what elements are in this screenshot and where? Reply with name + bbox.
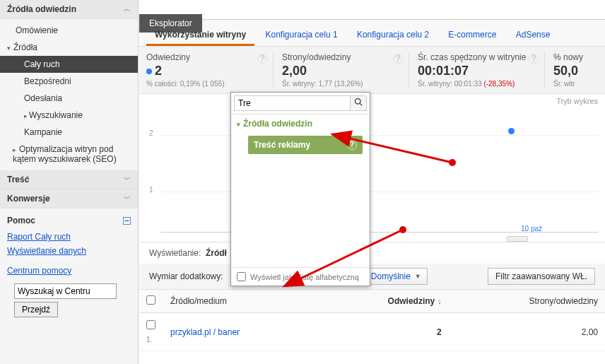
help-title: Pomoc: [7, 216, 35, 225]
sort-type-dropdown[interactable]: Domyślnie ▼: [365, 268, 428, 285]
svg-line-1: [360, 103, 362, 105]
metric-new-sub: Śr. witr: [553, 80, 583, 88]
chart-y-2: 2: [149, 129, 153, 137]
nav-direct[interactable]: Bezpośredni: [0, 73, 138, 90]
metric-time-label: Śr. czas spędzony w witrynie: [418, 52, 530, 62]
help-icon[interactable]: ?: [393, 54, 403, 64]
panel-conversions[interactable]: Konwersje ﹀: [0, 189, 138, 209]
col-visits[interactable]: Odwiedziny↓: [320, 290, 448, 313]
panel-content[interactable]: Treść ﹀: [0, 170, 138, 189]
advanced-filter-button[interactable]: Filtr zaawansowany WŁ.: [488, 268, 595, 285]
help-search-go[interactable]: Przejdź: [14, 302, 58, 317]
chart-x-label: 10 paź: [521, 225, 542, 233]
caret-down-icon: ▼: [415, 273, 421, 280]
chevron-down-icon: ﹀: [124, 175, 131, 184]
panel-content-label: Treść: [7, 175, 29, 184]
dim-label: Wymiar dodatkowy:: [149, 271, 223, 281]
metric-pages-sub: Śr. witryny: 1,77: [282, 80, 334, 88]
nav-seo[interactable]: Optymalizacja witryn pod kątem wyszukiwa…: [0, 141, 138, 168]
display-value[interactable]: Źródł: [206, 248, 227, 258]
help-icon[interactable]: ?: [529, 54, 539, 64]
subtab-goal1[interactable]: Konfiguracja celu 1: [257, 25, 346, 44]
row-pages: 2,00: [449, 313, 605, 351]
row-visits: 2: [437, 327, 442, 337]
col-source-medium[interactable]: Źródło/medium: [163, 290, 320, 313]
sort-value: Domyślnie: [371, 271, 411, 281]
help-search-input[interactable]: [14, 283, 117, 299]
subtab-adsense[interactable]: AdSense: [507, 25, 559, 44]
select-all-checkbox[interactable]: [146, 295, 155, 305]
metric-time-delta: (-28,35%): [483, 80, 515, 88]
metric-pages-label: Strony/odwiedziny: [282, 52, 394, 62]
chart-data-point[interactable]: [508, 128, 515, 134]
panel-sources[interactable]: Źródła odwiedzin ︿: [0, 0, 138, 19]
nav-campaigns[interactable]: Kampanie: [0, 124, 138, 141]
dimension-search-panel: Źródła odwiedzin Treść reklamy ? Wyświet…: [230, 92, 370, 286]
nav-search[interactable]: Wyszukiwanie: [0, 107, 138, 124]
alpha-list-label: Wyświetl jako listę alfabetyczną: [250, 273, 359, 281]
source-medium-link[interactable]: przyklad.pl / baner: [170, 327, 240, 337]
series-dot-icon: [146, 69, 152, 74]
chevron-up-icon: ︿: [124, 4, 131, 14]
table-row: 1. przyklad.pl / baner 2 2,00: [139, 313, 605, 351]
help-center-link[interactable]: Centrum pomocy: [7, 264, 131, 278]
nav-overview[interactable]: Omówienie: [0, 22, 138, 39]
subtab-ecommerce[interactable]: E-commerce: [440, 25, 505, 44]
metric-time-sub: Śr. witryny: 00:01:33: [418, 80, 483, 88]
chevron-down-icon: ﹀: [124, 194, 131, 204]
col-pages-per-visit[interactable]: Strony/odwiedziny: [449, 290, 605, 313]
sort-down-icon: ↓: [437, 297, 442, 305]
dimension-item-ad-content[interactable]: Treść reklamy ?: [248, 136, 363, 154]
metric-new-label: % nowy: [553, 52, 583, 62]
svg-point-0: [356, 99, 361, 105]
dimension-search-input[interactable]: [234, 95, 350, 111]
panel-sources-label: Źródła odwiedzin: [7, 4, 76, 14]
metric-new-value: 50,0: [553, 64, 583, 78]
alpha-list-checkbox[interactable]: [237, 272, 246, 281]
nav-all-traffic[interactable]: Cały ruch: [0, 56, 138, 73]
nav-referral[interactable]: Odesłania: [0, 90, 138, 107]
subtab-goal2[interactable]: Konfiguracja celu 2: [348, 25, 437, 44]
nav-sources[interactable]: Źródła: [0, 39, 138, 56]
metric-pages-value: 2,00: [282, 64, 394, 78]
metric-time-value: 00:01:07: [418, 64, 530, 78]
panel-conversions-label: Konwersje: [7, 194, 50, 204]
chart-drag-handle[interactable]: [507, 236, 528, 242]
metric-pages-delta: (13,26%): [334, 80, 363, 88]
help-link-display[interactable]: Wyświetlanie danych: [7, 244, 131, 258]
row-checkbox[interactable]: [146, 320, 155, 329]
help-link-report[interactable]: Raport Cały ruch: [7, 230, 131, 244]
dimension-item-label: Treść reklamy: [254, 140, 310, 150]
dimension-category[interactable]: Źródła odwiedzin: [231, 115, 370, 133]
help-icon[interactable]: ?: [257, 54, 267, 64]
search-icon[interactable]: [350, 95, 367, 111]
metric-visits-value: 2: [155, 64, 162, 78]
metric-visits-label: Odwiedziny: [146, 52, 259, 62]
subtab-usage[interactable]: Wykorzystanie witryny: [146, 25, 254, 46]
collapse-icon[interactable]: −: [123, 217, 131, 225]
chart-mode-label[interactable]: Tryb wykres: [556, 97, 598, 105]
help-icon[interactable]: ?: [347, 140, 357, 150]
display-label: Wyświetlanie:: [149, 248, 201, 258]
row-number: 1.: [146, 336, 156, 344]
metric-visits-sub: % całości: 0,19% (1 055): [146, 80, 259, 88]
chart-y-1: 1: [149, 186, 153, 194]
